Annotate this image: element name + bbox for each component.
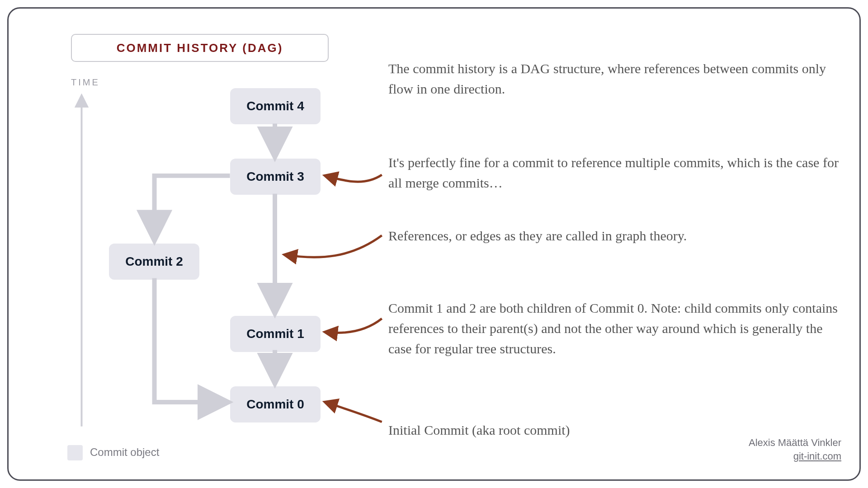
commit-node-3: Commit 3 [230,159,321,195]
commit-node-2: Commit 2 [109,244,199,280]
commit-node-4: Commit 4 [230,88,321,124]
arrow-annotation-edges [285,235,382,257]
commit-label: Commit 0 [246,397,304,412]
title-box: COMMIT HISTORY (DAG) [71,34,329,62]
credit-site: git-init.com [793,450,841,462]
edge-c3-c2 [155,176,230,239]
diagram-frame: COMMIT HISTORY (DAG) TIME Commit 4 Commi… [7,7,861,481]
commit-label: Commit 2 [125,254,183,269]
legend-swatch [67,445,83,460]
legend-label: Commit object [90,446,159,459]
annotation-edges: References, or edges as they are called … [388,225,840,246]
credit-author: Alexis Määttä Vinkler [749,437,841,449]
commit-label: Commit 1 [246,327,304,341]
commit-label: Commit 4 [246,99,304,113]
annotation-children: Commit 1 and 2 are both children of Comm… [388,298,840,359]
arrow-annotation-merge [325,175,382,182]
credit-block: Alexis Määttä Vinkler git-init.com [749,437,841,462]
arrow-annotation-children [325,319,382,333]
time-axis-label: TIME [71,77,100,88]
annotation-merge: It's perfectly fine for a commit to refe… [388,152,840,193]
edge-c2-c0 [155,278,226,402]
commit-label: Commit 3 [246,169,304,184]
commit-node-0: Commit 0 [230,386,321,422]
commit-node-1: Commit 1 [230,316,321,352]
title-text: COMMIT HISTORY (DAG) [117,41,283,55]
annotation-dag: The commit history is a DAG structure, w… [388,58,840,99]
arrow-annotation-root [325,402,382,422]
